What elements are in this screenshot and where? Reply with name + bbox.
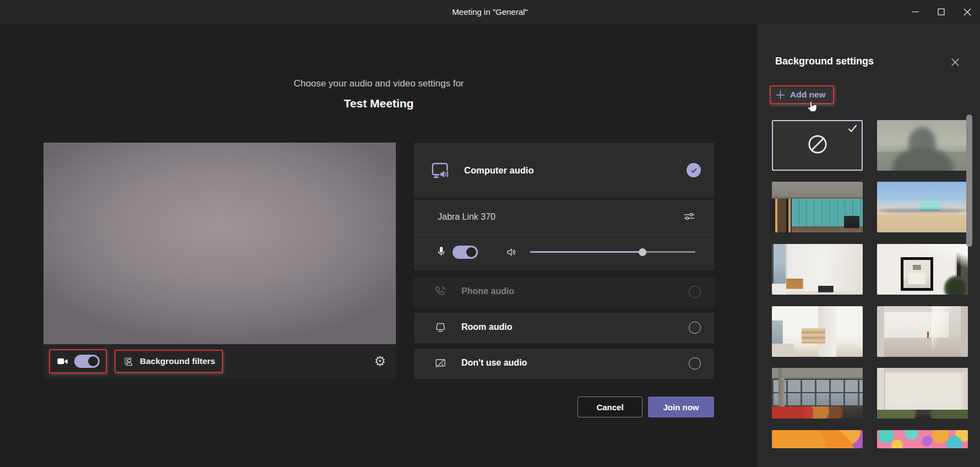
no-audio-icon: [434, 357, 447, 370]
audio-device-name: Jabra Link 370: [438, 212, 496, 222]
speaker-icon: [505, 246, 518, 258]
background-settings-panel: Background settings Add new Blur: [758, 24, 980, 467]
minimize-icon: [912, 8, 919, 15]
settings-heading: Choose your audio and video settings for: [0, 78, 758, 89]
video-noise-overlay: [43, 143, 396, 344]
camera-toggle-knob: [88, 356, 98, 366]
minimize-button[interactable]: [902, 0, 928, 24]
background-thumbnail-room-mirror[interactable]: [877, 244, 968, 295]
microphone-toggle-knob: [466, 247, 476, 257]
microphone-toggle[interactable]: [453, 246, 478, 259]
volume-slider-fill: [530, 251, 643, 253]
selected-background-check: [847, 124, 858, 135]
background-thumbnail-loft-lounge[interactable]: [772, 368, 863, 419]
phone-audio-radio[interactable]: [689, 286, 701, 298]
window-title: Meeting in "General": [0, 0, 980, 24]
maximize-icon: [938, 8, 945, 15]
camera-icon: [56, 355, 69, 368]
background-thumbnail-office-window[interactable]: [772, 244, 863, 295]
title-bar: Meeting in "General": [0, 0, 980, 25]
background-thumbnail-beach-lifeguard[interactable]: [877, 182, 968, 232]
close-icon: [951, 58, 960, 67]
maximize-button[interactable]: [928, 0, 954, 24]
volume-slider[interactable]: [530, 251, 695, 253]
background-thumbnail-orange-balls[interactable]: [772, 430, 863, 448]
background-filters-label: Background filters: [140, 356, 215, 366]
background-settings-title: Background settings: [775, 56, 874, 67]
volume-slider-knob[interactable]: [639, 248, 646, 256]
computer-audio-option[interactable]: Computer audio: [414, 143, 714, 198]
divider: [414, 234, 714, 235]
background-filters-icon: [122, 355, 134, 367]
pre-join-screen: Choose your audio and video settings for…: [0, 24, 758, 467]
microphone-icon: [435, 246, 447, 257]
thumbnail-label: Blur: [877, 160, 968, 168]
background-filters-button[interactable]: Background filters: [115, 350, 223, 373]
computer-audio-label: Computer audio: [464, 165, 534, 176]
add-new-button[interactable]: Add new: [770, 85, 834, 104]
camera-toggle-group[interactable]: [49, 349, 107, 373]
background-thumbnail-white-studio[interactable]: [877, 306, 968, 357]
close-window-button[interactable]: [954, 0, 980, 24]
computer-audio-icon: [430, 160, 450, 180]
window-controls: [902, 0, 980, 24]
audio-device-section: Jabra Link 370: [414, 200, 714, 270]
close-icon: [963, 8, 971, 16]
phone-audio-option[interactable]: Phone audio: [414, 277, 714, 307]
gear-icon: ⚙: [374, 354, 386, 368]
action-buttons: Cancel Join now: [414, 397, 714, 417]
room-audio-radio[interactable]: [689, 322, 701, 334]
background-thumbnail-blur[interactable]: Blur: [877, 120, 968, 171]
equalizer-icon[interactable]: [682, 209, 696, 224]
no-audio-radio[interactable]: [689, 357, 701, 370]
close-panel-button[interactable]: [949, 56, 961, 68]
no-audio-option[interactable]: Don't use audio: [414, 349, 714, 379]
background-thumbnail-desk-plants[interactable]: [877, 368, 968, 419]
room-audio-option[interactable]: Room audio: [414, 313, 714, 343]
video-controls-bar: Background filters ⚙: [43, 344, 396, 378]
check-icon: [847, 124, 858, 133]
none-background-icon: [806, 133, 829, 156]
camera-toggle[interactable]: [74, 355, 100, 368]
panel-scrollbar-thumb[interactable]: [966, 115, 972, 247]
meeting-name: Test Meeting: [0, 97, 758, 110]
background-thumbnail-white-stairs[interactable]: [772, 306, 863, 357]
no-audio-label: Don't use audio: [461, 358, 527, 368]
check-icon: [690, 166, 698, 175]
background-thumbnail-none[interactable]: [772, 120, 863, 171]
phone-icon: [434, 285, 447, 298]
cancel-button[interactable]: Cancel: [578, 397, 643, 417]
add-new-label: Add new: [790, 90, 826, 100]
video-preview: [43, 143, 396, 344]
room-audio-label: Room audio: [461, 322, 512, 332]
background-thumbnail-office-lockers[interactable]: [772, 182, 863, 232]
join-now-button[interactable]: Join now: [648, 397, 714, 417]
room-audio-icon: [434, 321, 447, 334]
device-settings-button[interactable]: ⚙: [374, 355, 386, 368]
background-thumbnail-pink-balls[interactable]: [877, 430, 968, 448]
selected-check-badge: [687, 163, 701, 177]
phone-audio-label: Phone audio: [461, 286, 514, 296]
plus-icon: [776, 90, 785, 100]
